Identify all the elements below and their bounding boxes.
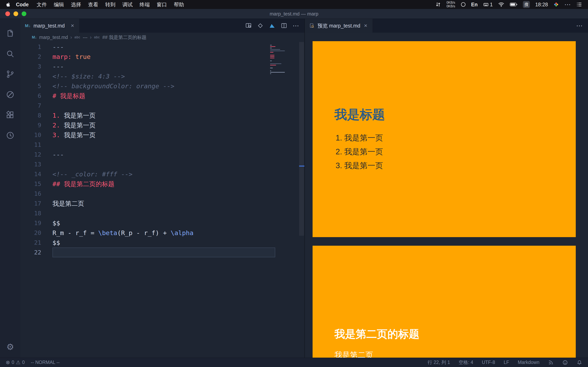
line-number: 13 (20, 159, 41, 169)
line-content: $$ (52, 218, 60, 228)
breadcrumb-symbol[interactable]: --- (83, 35, 87, 40)
slide1-list: 我是第一页我是第一页我是第一页 (334, 131, 576, 173)
keyboard-indicator[interactable]: 1 (483, 2, 493, 8)
menu-查看[interactable]: 查看 (85, 1, 102, 8)
live-reload-icon[interactable] (548, 360, 554, 365)
code-line-8[interactable]: 81. 我是第一页 (20, 110, 304, 120)
split-editor-icon[interactable] (279, 21, 288, 30)
tab-marp-test-md[interactable]: M↓ marp_test.md × (20, 19, 80, 33)
menu-转到[interactable]: 转到 (102, 1, 119, 8)
code-editor[interactable]: 1---2marp: true3---4<!-- $size: 4:3 -->5… (20, 42, 304, 358)
menu-文件[interactable]: 文件 (33, 1, 51, 8)
battery-icon[interactable] (510, 2, 518, 7)
menu-编辑[interactable]: 编辑 (51, 1, 68, 8)
editor-more-actions-icon[interactable]: ⋯ (291, 21, 300, 30)
breadcrumb-symbol[interactable]: ## 我是第二页的标题 (102, 34, 146, 41)
ime-sogou-icon[interactable]: 搜 (523, 1, 530, 8)
network-monitor-icon[interactable] (435, 1, 441, 8)
minimap-line (270, 72, 285, 73)
code-line-1[interactable]: 1--- (20, 42, 304, 52)
close-tab-icon[interactable]: × (363, 22, 368, 29)
slide2-body: 我是第二页 (334, 350, 576, 358)
chart-preview-icon[interactable] (268, 21, 277, 30)
code-line-3[interactable]: 3--- (20, 62, 304, 71)
close-tab-icon[interactable]: × (70, 22, 75, 29)
tab-marp-preview[interactable]: 预览 marp_test.md × (305, 19, 373, 33)
code-line-13[interactable]: 13 (20, 159, 304, 169)
line-number: 4 (20, 71, 41, 81)
slide1-list-item: 我是第一页 (344, 145, 576, 159)
slide2-heading: 我是第二页的标题 (334, 327, 576, 341)
control-center-list-icon[interactable] (576, 1, 582, 8)
wifi-icon[interactable] (498, 1, 504, 8)
minimap[interactable] (270, 44, 286, 76)
code-line-20[interactable]: 20R_m - r_f = \beta(R_p - r_f) + \alpha (20, 228, 304, 238)
slide1-list-item: 我是第一页 (344, 159, 576, 173)
code-line-10[interactable]: 103. 我是第一页 (20, 130, 304, 140)
menu-调试[interactable]: 调试 (119, 1, 136, 8)
menu-窗口[interactable]: 窗口 (153, 1, 171, 8)
settings-gear-icon[interactable]: ⚙ (6, 342, 14, 352)
extensions-icon[interactable] (5, 110, 15, 120)
explorer-icon[interactable] (5, 29, 15, 38)
code-line-11[interactable]: 11 (20, 140, 304, 150)
code-line-2[interactable]: 2marp: true (20, 52, 304, 62)
editor-scrollbar[interactable] (299, 42, 304, 236)
sync-circle-icon[interactable] (461, 2, 466, 7)
code-line-5[interactable]: 5<!-- backgroundColor: orange --> (20, 81, 304, 91)
line-number: 3 (20, 62, 41, 71)
language-mode[interactable]: Markdown (518, 360, 539, 365)
open-preview-side-icon[interactable] (244, 21, 253, 30)
debug-disabled-icon[interactable] (5, 90, 15, 100)
indentation[interactable]: 空格: 4 (458, 359, 473, 366)
code-line-17[interactable]: 17我是第二页 (20, 199, 304, 208)
pinwheel-icon[interactable] (553, 2, 559, 7)
minimap-line (270, 55, 274, 55)
code-line-14[interactable]: 14<!-- _color: #fff --> (20, 169, 304, 179)
eol-sequence[interactable]: LF (504, 360, 509, 365)
notifications-bell-icon[interactable] (577, 360, 582, 365)
line-number: 6 (20, 91, 41, 101)
encoding[interactable]: UTF-8 (482, 360, 495, 365)
breadcrumb-file[interactable]: marp_test.md (39, 35, 68, 40)
code-line-6[interactable]: 6# 我是标题 (20, 91, 304, 101)
code-line-18[interactable]: 18 (20, 208, 304, 218)
line-content: 1. 我是第一页 (52, 110, 95, 120)
code-line-15[interactable]: 15## 我是第二页的标题 (20, 179, 304, 189)
search-icon[interactable] (5, 49, 15, 59)
problems-indicator[interactable]: ⊗ 0 ⚠ 0 (6, 359, 25, 365)
input-language[interactable]: En (471, 2, 478, 8)
feedback-smiley-icon[interactable] (562, 360, 568, 365)
marp-preview-content[interactable]: 我是标题 我是第一页我是第一页我是第一页 我是第二页的标题 我是第二页 (305, 33, 588, 358)
menu-终端[interactable]: 终端 (136, 1, 153, 8)
app-name[interactable]: Code (16, 2, 29, 8)
line-number: 18 (20, 208, 41, 218)
preview-more-actions-icon[interactable]: ⋯ (575, 21, 584, 30)
code-line-16[interactable]: 16 (20, 189, 304, 199)
menu-bar-clock[interactable]: 18:28 (535, 2, 548, 8)
minimap-line (270, 50, 285, 51)
error-count: 0 (12, 360, 14, 365)
code-line-19[interactable]: 19$$ (20, 218, 304, 228)
source-control-icon[interactable] (5, 69, 15, 79)
code-line-22[interactable]: 22 (20, 248, 304, 257)
breadcrumb[interactable]: M↓ marp_test.md › abc --- › abc ## 我是第二页… (20, 33, 304, 42)
code-line-7[interactable]: 7 (20, 101, 304, 110)
menu-bar-status-area: 0KB/s0KB/s En 1 搜 18:28 ⋯ (435, 1, 582, 8)
code-line-9[interactable]: 92. 我是第一页 (20, 120, 304, 130)
code-line-12[interactable]: 12--- (20, 150, 304, 159)
line-number: 19 (20, 218, 41, 228)
line-number: 7 (20, 101, 41, 110)
code-line-21[interactable]: 21$$ (20, 238, 304, 248)
cursor-position[interactable]: 行 22, 列 1 (428, 359, 450, 366)
timeline-clock-icon[interactable] (5, 131, 15, 140)
marp-diamond-icon[interactable] (256, 21, 265, 30)
more-status-icon[interactable]: ⋯ (564, 1, 571, 8)
code-line-4[interactable]: 4<!-- $size: 4:3 --> (20, 71, 304, 81)
apple-logo-icon[interactable] (6, 2, 11, 7)
window-title-bar[interactable]: marp_test.md — marp (0, 9, 588, 19)
line-number: 9 (20, 120, 41, 130)
line-number: 12 (20, 150, 41, 159)
menu-帮助[interactable]: 帮助 (171, 1, 188, 8)
menu-选择[interactable]: 选择 (68, 1, 85, 8)
